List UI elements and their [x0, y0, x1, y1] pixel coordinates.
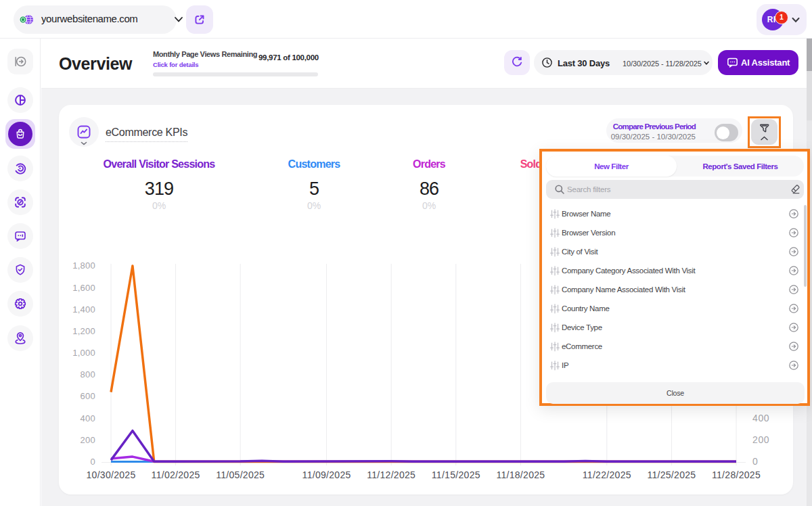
svg-text:600: 600 — [81, 391, 95, 401]
svg-text:11/02/2025: 11/02/2025 — [152, 469, 200, 480]
svg-text:1,600: 1,600 — [72, 283, 95, 293]
svg-text:0: 0 — [752, 456, 758, 467]
svg-text:11/25/2025: 11/25/2025 — [647, 469, 696, 480]
svg-text:11/18/2025: 11/18/2025 — [496, 469, 545, 480]
svg-text:11/05/2025: 11/05/2025 — [216, 469, 265, 480]
svg-text:400: 400 — [752, 413, 769, 423]
svg-text:1,000: 1,000 — [72, 348, 95, 358]
svg-text:11/09/2025: 11/09/2025 — [302, 469, 351, 480]
svg-text:10/30/2025: 10/30/2025 — [86, 469, 135, 480]
svg-text:0: 0 — [91, 457, 95, 467]
svg-text:11/12/2025: 11/12/2025 — [367, 469, 415, 480]
svg-text:1,800: 1,800 — [72, 260, 95, 271]
svg-text:200: 200 — [752, 434, 769, 445]
svg-text:11/22/2025: 11/22/2025 — [583, 469, 631, 480]
svg-text:11/28/2025: 11/28/2025 — [712, 469, 761, 480]
svg-text:800: 800 — [81, 369, 95, 380]
svg-text:1,400: 1,400 — [72, 304, 95, 315]
svg-text:11/15/2025: 11/15/2025 — [432, 469, 480, 480]
svg-text:200: 200 — [81, 435, 95, 445]
svg-text:400: 400 — [81, 413, 95, 423]
svg-text:1,200: 1,200 — [72, 326, 95, 336]
